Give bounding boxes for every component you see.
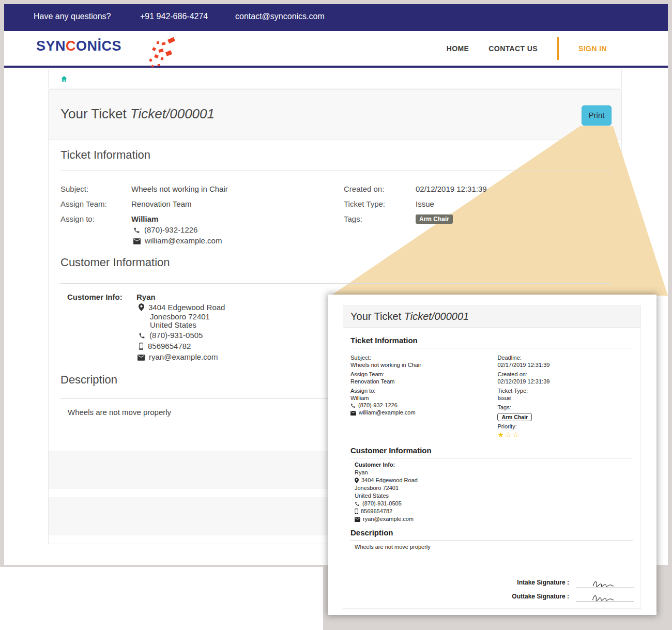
map-marker-icon: [355, 478, 359, 483]
top-contact-bar: Have any questions? +91 942-686-4274 con…: [4, 4, 668, 31]
print-tags-label: Tags:: [497, 404, 633, 410]
customer-address1: 3404 Edgewood Road: [148, 303, 225, 312]
print-customer-phone: (870)-931-0505: [362, 500, 402, 506]
print-customer-address-row: 3404 Edgewood Road: [355, 477, 633, 483]
customer-address3: United States: [150, 320, 196, 329]
envelope-icon: [138, 355, 145, 361]
print-section-description: Description: [350, 528, 633, 537]
assign-email-row: william@example.com: [133, 236, 222, 245]
print-subject-value: Wheels not working in Chair: [350, 362, 497, 368]
print-preview-panel: Your Ticket Ticket/000001 Ticket Informa…: [328, 295, 656, 615]
print-title-prefix: Your Ticket: [350, 311, 404, 322]
customer-mobile-row: 8569654782: [139, 342, 191, 350]
divider: [350, 540, 633, 541]
print-created-on-value: 02/12/2019 12:31:39: [497, 378, 633, 385]
breadcrumb: [48, 69, 622, 88]
print-report-title: Your Ticket Ticket/000001: [343, 305, 640, 328]
print-description-text: Wheels are not move properly: [355, 544, 633, 550]
page-title-prefix: Your Ticket: [60, 106, 130, 121]
nav-sign-in[interactable]: SIGN IN: [578, 44, 607, 53]
tags-label: Tags:: [344, 214, 362, 223]
ticket-type-label: Ticket Type:: [344, 199, 385, 208]
print-title-reference: Ticket/000001: [404, 311, 469, 322]
print-assign-email-row: william@example.com: [350, 409, 497, 416]
logo-confetti-icon: [142, 35, 178, 71]
intake-signature-line: [576, 578, 634, 588]
customer-address-row: 3404 Edgewood Road: [139, 303, 225, 312]
intake-signature: [591, 578, 620, 589]
outtake-signature-row: Outtake Signature :: [512, 592, 634, 602]
customer-email: ryan@example.com: [149, 352, 218, 361]
intake-signature-row: Intake Signature :: [512, 578, 634, 588]
customer-name: Ryan: [136, 293, 156, 301]
print-assign-to-label: Assign to:: [350, 388, 497, 394]
print-subject-label: Subject:: [350, 355, 497, 361]
outtake-signature-label: Outtake Signature :: [512, 593, 569, 602]
print-assign-phone-row: (870)-932-1226: [350, 402, 497, 408]
section-customer-information: Customer Information: [60, 256, 170, 269]
subject-label: Subject:: [60, 185, 88, 193]
outtake-signature-line: [576, 592, 634, 602]
print-report: Your Ticket Ticket/000001 Ticket Informa…: [343, 305, 641, 609]
print-customer-address3: United States: [355, 493, 633, 499]
print-customer-phone-row: (870)-931-0505: [355, 500, 633, 506]
section-ticket-information: Ticket Information: [60, 148, 150, 162]
print-customer-email-row: ryan@example.com: [355, 516, 633, 522]
print-ticket-type-value: Issue: [497, 395, 633, 401]
tag-badge: Arm Chair: [416, 214, 453, 224]
print-deadline-label: Deadline:: [497, 355, 633, 361]
topbar-phone: +91 942-686-4274: [140, 12, 208, 21]
assign-team-label: Assign Team:: [60, 199, 107, 208]
print-tag-badge: Arm Chair: [497, 413, 532, 421]
priority-stars: ★☆☆: [497, 431, 633, 439]
created-on-label: Created on:: [344, 185, 384, 193]
customer-phone-row: (870)-931-0505: [139, 331, 203, 340]
assign-phone: (870)-932-1226: [144, 225, 197, 234]
logo-text-onics: ONİCS: [76, 38, 121, 54]
print-customer-info-label: Customer Info:: [355, 462, 633, 468]
divider: [350, 458, 633, 458]
divider: [60, 283, 612, 284]
print-customer-address2: Jonesboro 72401: [355, 485, 633, 491]
intake-signature-label: Intake Signature :: [517, 579, 569, 588]
envelope-icon: [355, 517, 360, 522]
divider: [350, 348, 633, 348]
print-section-ticket-information: Ticket Information: [350, 336, 633, 345]
print-button[interactable]: Print: [582, 105, 612, 126]
customer-email-row: ryan@example.com: [138, 352, 218, 361]
envelope-icon: [350, 411, 356, 416]
outtake-signature: [591, 592, 620, 603]
print-customer-address1: 3404 Edgewood Road: [361, 477, 418, 483]
home-icon[interactable]: [60, 75, 68, 83]
nav-contact-us[interactable]: CONTACT US: [488, 44, 538, 53]
logo-text-syn: SYN: [36, 38, 66, 54]
customer-address2: Jonesboro 72401: [150, 312, 210, 321]
phone-icon: [139, 332, 145, 339]
print-customer-email: ryan@example.com: [363, 516, 414, 522]
assign-phone-row: (870)-932-1226: [133, 225, 197, 234]
created-on-value: 02/12/2019 12:31:39: [416, 185, 487, 193]
phone-icon: [350, 403, 356, 408]
synconics-logo[interactable]: SYNCONİCS: [36, 38, 121, 54]
subject-value: Wheels not working in Chair: [131, 185, 228, 193]
mobile-icon: [139, 343, 144, 350]
map-marker-icon: [139, 303, 144, 311]
bottom-left-area: [0, 567, 323, 630]
print-customer-mobile: 8569654782: [361, 508, 392, 514]
envelope-icon: [133, 238, 141, 244]
mobile-icon: [355, 509, 358, 514]
print-assign-team-label: Assign Team:: [350, 371, 497, 377]
main-nav: HOME CONTACT US SIGN IN: [447, 31, 607, 66]
print-assign-team-value: Renovation Team: [350, 378, 497, 385]
signature-zone: Intake Signature : Outtake Signature :: [512, 574, 634, 602]
topbar-email: contact@synconics.com: [235, 12, 325, 21]
description-text: Wheels are not move properly: [68, 408, 171, 417]
customer-info-label: Customer Info:: [67, 293, 123, 301]
logo-text-c: C: [66, 38, 76, 54]
phone-icon: [355, 501, 360, 506]
assign-to-label: Assign to:: [60, 214, 95, 223]
print-assign-email: william@example.com: [359, 409, 416, 416]
nav-home[interactable]: HOME: [447, 44, 469, 53]
section-description: Description: [60, 373, 117, 387]
assign-to-value: William: [131, 214, 158, 223]
